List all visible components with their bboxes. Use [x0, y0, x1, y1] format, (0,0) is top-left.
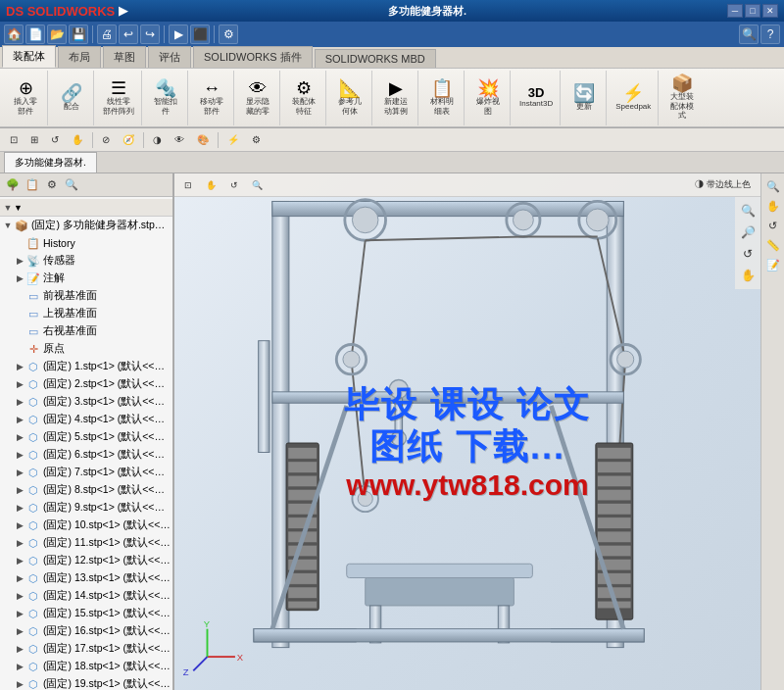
showhide-icon: 👁	[249, 79, 267, 97]
property-tab[interactable]: 📋	[24, 176, 41, 194]
rt-note-button[interactable]: 📝	[764, 256, 782, 273]
rapid-button[interactable]: ⚡	[221, 131, 245, 148]
part-item-15[interactable]: ▶ ⬡ (固定) 15.stp<1> (默认<<默认	[0, 605, 172, 622]
mate-button[interactable]: 🔗 配合	[54, 82, 89, 114]
update-button[interactable]: 🔄 更新	[566, 82, 602, 114]
tab-sketch[interactable]: 草图	[103, 46, 146, 68]
print-button[interactable]: 🖨	[97, 25, 117, 44]
filter-row[interactable]: ▼ ▼	[0, 199, 172, 217]
speedpak-button[interactable]: ⚡ Speedpak	[612, 82, 654, 114]
zoom-vp-button[interactable]: 🔍	[246, 178, 269, 192]
show-hidden-button[interactable]: 👁 显示隐藏的零	[240, 77, 275, 118]
tab-assembly[interactable]: 装配体	[2, 45, 56, 68]
part-item-5[interactable]: ▶ ⬡ (固定) 5.stp<1> (默认<<默认	[0, 428, 172, 446]
rt-zoom-button[interactable]: 🔍	[764, 177, 782, 195]
tab-layout[interactable]: 布局	[58, 46, 101, 68]
part-item-16[interactable]: ▶ ⬡ (固定) 16.stp<1> (默认<<默认	[0, 622, 172, 640]
part-item-4[interactable]: ▶ ⬡ (固定) 4.stp<1> (默认<<默认	[0, 411, 172, 428]
redo-button[interactable]: ↪	[140, 25, 160, 44]
part-item-18[interactable]: ▶ ⬡ (固定) 18.stp<1> (默认<<默认	[0, 658, 172, 675]
part-item-19[interactable]: ▶ ⬡ (固定) 19.stp<1> (默认<<默认	[0, 675, 172, 690]
search-tab[interactable]: 🔍	[63, 176, 80, 194]
3d-viewport[interactable]: X Y Z 毕设 课设 论文 图纸 下载... www.ytw818.com ⊡…	[174, 173, 760, 690]
reference-geometry-button[interactable]: 📐 参考几何体	[332, 77, 368, 118]
part-item-2[interactable]: ▶ ⬡ (固定) 2.stp<1> (默认<<默认	[0, 375, 172, 393]
smart-fastener-button[interactable]: 🔩 智能扣件	[148, 77, 183, 118]
part-item-9[interactable]: ▶ ⬡ (固定) 9.stp<1> (默认<<默认	[0, 499, 172, 517]
move-component-button[interactable]: ↔ 移动零部件	[194, 77, 229, 118]
pan-button[interactable]: ✋	[66, 131, 89, 148]
hide-show-button[interactable]: 👁	[169, 131, 190, 148]
annotations-item[interactable]: ▶ 📝 注解	[0, 270, 172, 287]
part-item-7[interactable]: ▶ ⬡ (固定) 7.stp<1> (默认<<默认	[0, 464, 172, 481]
feature-tree-tab[interactable]: 🌳	[4, 176, 22, 194]
config-tab[interactable]: ⚙	[43, 176, 61, 194]
part-item-6[interactable]: ▶ ⬡ (固定) 6.stp<1> (默认<<默认	[0, 446, 172, 464]
reference-geometry-group: 📐 参考几何体	[328, 71, 372, 125]
search-button[interactable]: 🔍	[739, 25, 759, 44]
part-item-1[interactable]: ▶ ⬡ (固定) 1.stp<1> (默认<<默认	[0, 358, 172, 375]
sensors-item[interactable]: ▶ 📡 传感器	[0, 252, 172, 270]
view-mode-button[interactable]: ◑ 带边线上色	[689, 176, 757, 193]
maximize-button[interactable]: □	[745, 4, 760, 18]
part-item-14[interactable]: ▶ ⬡ (固定) 14.stp<1> (默认<<默认	[0, 587, 172, 605]
minimize-button[interactable]: ─	[727, 4, 743, 18]
instant3d-button[interactable]: 3D Instant3D	[516, 84, 556, 111]
rt-measure-button[interactable]: 📏	[764, 236, 782, 254]
linear-pattern-button[interactable]: ☰ 线性零部件阵列	[100, 77, 137, 118]
tab-solidworks-addins[interactable]: SOLIDWORKS 插件	[193, 46, 313, 68]
large-assembly-button[interactable]: 📦 大型装配体模式	[664, 73, 700, 123]
zoom-fit-vp-button[interactable]: ⊡	[178, 178, 198, 192]
svg-rect-50	[598, 489, 631, 500]
open-button[interactable]: 📂	[47, 25, 67, 44]
zoom-in-button[interactable]: 🔍	[738, 201, 758, 221]
part-item-13[interactable]: ▶ ⬡ (固定) 13.stp<1> (默认<<默认	[0, 569, 172, 587]
rotate-vp-button[interactable]: ↺	[224, 178, 244, 192]
rotate-button[interactable]: ↺	[738, 244, 758, 264]
bom-button[interactable]: 📋 材料明细表	[424, 77, 460, 118]
home-button[interactable]: 🏠	[4, 25, 24, 44]
history-item[interactable]: 📋 History	[0, 234, 172, 252]
part-item-8[interactable]: ▶ ⬡ (固定) 8.stp<1> (默认<<默认	[0, 481, 172, 499]
pan-right-button[interactable]: ✋	[738, 266, 758, 285]
section-view-button[interactable]: ⊘	[96, 131, 116, 148]
tab-solidworks-mbd[interactable]: SOLIDWORKS MBD	[315, 49, 436, 68]
pattern-label: 线性零部件阵列	[103, 97, 134, 116]
front-plane-item[interactable]: ▭ 前视基准面	[0, 287, 172, 305]
display-style-button[interactable]: ◑	[147, 131, 168, 148]
svg-line-10	[351, 240, 365, 359]
part-item-11[interactable]: ▶ ⬡ (固定) 11.stp<1> (默认<<默认	[0, 534, 172, 552]
zoom-to-fit-button[interactable]: ⊡	[4, 131, 24, 148]
part-item-3[interactable]: ▶ ⬡ (固定) 3.stp<1> (默认<<默认	[0, 393, 172, 411]
settings-button[interactable]: ⚙	[246, 131, 267, 148]
tab-evaluate[interactable]: 评估	[148, 46, 191, 68]
explode-button[interactable]: 💥 爆炸视图	[470, 77, 506, 118]
part-item-10[interactable]: ▶ ⬡ (固定) 10.stp<1> (默认<<默认	[0, 517, 172, 534]
rebuild-button[interactable]: ▶	[169, 25, 188, 44]
part-item-17[interactable]: ▶ ⬡ (固定) 17.stp<1> (默认<<默认	[0, 640, 172, 658]
top-plane-item[interactable]: ▭ 上视基准面	[0, 305, 172, 322]
save-button[interactable]: 💾	[69, 25, 88, 44]
help-button[interactable]: ?	[760, 25, 780, 44]
motion-study-button[interactable]: ▶ 新建运动算例	[378, 77, 414, 118]
options-button[interactable]: ⚙	[219, 25, 238, 44]
view-orientation-button[interactable]: 🧭	[117, 131, 140, 148]
appearance-button[interactable]: 🎨	[191, 131, 215, 148]
assembly-feature-button[interactable]: ⚙ 装配体特征	[286, 77, 321, 118]
right-plane-item[interactable]: ▭ 右视基准面	[0, 322, 172, 340]
zoom-out-button[interactable]: 🔎	[738, 222, 758, 242]
close-button[interactable]: ✕	[762, 4, 778, 18]
origin-item[interactable]: ✛ 原点	[0, 340, 172, 358]
rotate-view-button[interactable]: ↺	[45, 131, 65, 148]
rt-rotate-button[interactable]: ↺	[764, 217, 782, 234]
zoom-to-area-button[interactable]: ⊞	[24, 131, 44, 148]
part-item-12[interactable]: ▶ ⬡ (固定) 12.stp<1> (默认<<默认	[0, 552, 172, 569]
undo-button[interactable]: ↩	[119, 25, 138, 44]
doc-tab-main[interactable]: 多功能健身器材.	[4, 152, 97, 172]
pan-vp-button[interactable]: ✋	[200, 178, 222, 192]
rebuild2-button[interactable]: ⬛	[190, 25, 210, 44]
new-button[interactable]: 📄	[25, 25, 45, 44]
rt-pan-button[interactable]: ✋	[764, 197, 782, 215]
tree-root[interactable]: ▼ 📦 (固定) 多功能健身器材.stp<1> (默	[0, 217, 172, 234]
insert-component-button[interactable]: ⊕ 插入零部件	[8, 77, 43, 118]
